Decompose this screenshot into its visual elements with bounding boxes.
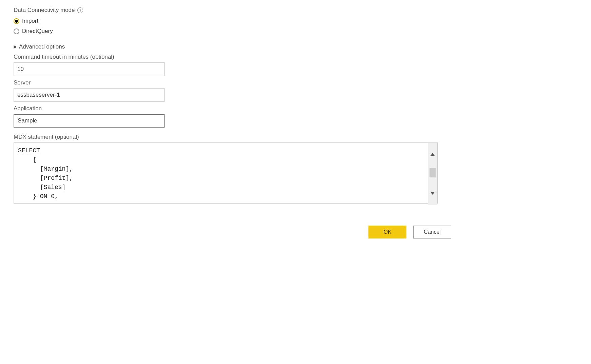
mdx-label: MDX statement (optional) xyxy=(14,134,455,140)
scroll-down-icon[interactable] xyxy=(430,192,435,195)
application-label: Application xyxy=(14,105,455,112)
connectivity-mode-label: Data Connectivity mode xyxy=(14,7,75,14)
application-input[interactable] xyxy=(14,114,165,128)
radio-option-import[interactable]: Import xyxy=(14,18,455,24)
radio-option-directquery[interactable]: DirectQuery xyxy=(14,28,455,35)
ok-button[interactable]: OK xyxy=(368,226,406,238)
scroll-thumb[interactable] xyxy=(430,168,436,177)
mdx-textarea[interactable] xyxy=(14,142,438,204)
timeout-input[interactable] xyxy=(14,62,165,76)
advanced-options-toggle[interactable]: Advanced options xyxy=(14,43,455,50)
mdx-scrollbar[interactable] xyxy=(428,143,437,205)
server-input[interactable] xyxy=(14,88,165,102)
timeout-label: Command timeout in minutes (optional) xyxy=(14,54,455,60)
connectivity-radio-group: Import DirectQuery xyxy=(14,18,455,35)
radio-circle-directquery[interactable] xyxy=(14,28,19,34)
scroll-up-icon[interactable] xyxy=(430,153,435,156)
radio-label-import: Import xyxy=(22,18,38,24)
advanced-options-label: Advanced options xyxy=(19,43,65,50)
cancel-button[interactable]: Cancel xyxy=(413,226,451,238)
radio-circle-import[interactable] xyxy=(14,18,19,24)
radio-label-directquery: DirectQuery xyxy=(22,28,53,35)
triangle-expanded-icon xyxy=(14,45,17,49)
server-label: Server xyxy=(14,79,455,86)
info-icon[interactable]: i xyxy=(77,7,83,13)
